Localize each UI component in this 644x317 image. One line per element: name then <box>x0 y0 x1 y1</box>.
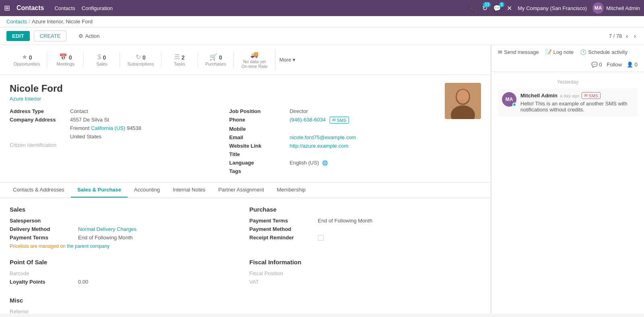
stat-sales[interactable]: $ 0 Sales <box>84 52 120 68</box>
contact-fields-left: Address Type Contact Company Address 455… <box>10 108 217 148</box>
breadcrumb-current: Azure Interior, Nicole Ford <box>32 19 93 25</box>
right-panel: ✉ Send message 📝 Log note 🕐 Schedule act… <box>491 45 644 314</box>
action-dropdown[interactable]: ⚙ Action <box>78 33 99 39</box>
chatter-right: 💬 0 Follow 👤 0 <box>591 62 638 68</box>
stat-ontime[interactable]: 🚚 No data yet On-time Rate <box>234 49 275 70</box>
globe-icon[interactable]: 🌐 <box>322 160 328 166</box>
fiscal-title: Fiscal Information <box>250 259 481 266</box>
user-menu[interactable]: MA Mitchell Admin <box>592 2 640 14</box>
nav-contacts[interactable]: Contacts <box>54 5 75 11</box>
close-icon[interactable]: ✕ <box>507 4 512 12</box>
action-label: Action <box>85 33 99 39</box>
edit-button[interactable]: EDIT <box>6 31 30 41</box>
sms-icon: ✉ <box>332 117 336 123</box>
send-icon: ✉ <box>498 49 502 55</box>
dollar-icon: $ <box>98 54 101 61</box>
contact-photo[interactable] <box>445 83 481 119</box>
cart-icon: 🛒 <box>209 53 217 61</box>
job-position-value: Director <box>290 108 437 114</box>
user-name: Mitchell Admin <box>606 5 640 11</box>
schedule-activity-button[interactable]: 🕐 Schedule activity <box>580 49 627 55</box>
delivery-method-value[interactable]: Normal Delivery Charges <box>78 226 242 232</box>
breadcrumb: Contacts / Azure Interior, Nicole Ford <box>0 16 644 27</box>
receipt-reminder-label: Receipt Reminder <box>250 235 314 241</box>
stat-sales-label: Sales <box>96 62 107 66</box>
date-separator: Yesterday <box>498 79 638 85</box>
pricelists-link[interactable]: the parent company <box>67 243 109 249</box>
referrer-label: Referrer <box>10 309 74 314</box>
stat-subscriptions-num: 0 <box>142 54 146 61</box>
message-header: Mitchell Admin a day ago ✉ SMS <box>520 92 634 99</box>
stat-ontime-label: On-time Rate <box>241 64 267 69</box>
messages-count[interactable]: 💬 0 <box>591 62 602 68</box>
stat-opportunities[interactable]: ★ 0 Opportunities <box>6 51 47 68</box>
messages-icon: 💬 <box>591 62 598 68</box>
stat-opportunities-label: Opportunities <box>14 62 40 66</box>
email-value[interactable]: nicole.ford75@example.com <box>290 134 437 140</box>
breadcrumb-parent[interactable]: Contacts <box>6 19 27 25</box>
create-button[interactable]: CREATE <box>34 31 67 41</box>
state-link[interactable]: California (US) <box>91 125 125 131</box>
clock-icon: 🕐 <box>580 49 586 55</box>
main-layout: ★ 0 Opportunities 📅 0 Meetings $ 0 Sales <box>0 45 644 314</box>
phone-link[interactable]: (946)-638-6034 <box>290 117 326 123</box>
stat-meetings-num: 0 <box>69 54 72 61</box>
stat-subscriptions-label: Subscriptions <box>127 62 154 66</box>
send-message-button[interactable]: ✉ Send message <box>498 49 539 55</box>
tab-contacts-addresses[interactable]: Contacts & Addresses <box>6 183 71 198</box>
grid-icon[interactable]: ⊞ <box>4 4 10 12</box>
phone-icon[interactable]: 📞 <box>469 4 477 12</box>
mobile-value <box>290 126 437 132</box>
company-address-label: Company Address <box>10 117 66 123</box>
receipt-reminder-checkbox[interactable] <box>318 235 324 241</box>
tabs-bar: Contacts & Addresses Sales & Purchase Ac… <box>0 183 491 198</box>
stat-purchases[interactable]: 🛒 0 Purchases <box>198 51 234 68</box>
nav-configuration[interactable]: Configuration <box>82 5 113 11</box>
stat-subscriptions[interactable]: ↻ 0 Subscriptions <box>120 51 161 68</box>
refresh-stat-icon: ↻ <box>136 53 141 61</box>
tab-partner-assignment[interactable]: Partner Assignment <box>212 183 270 198</box>
pos-fiscal-layout: Point Of Sale Barcode Loyalty Points 0.0… <box>10 259 481 297</box>
contact-left-fields: Address Type Contact Company Address 455… <box>10 108 217 174</box>
tab-sales-purchase[interactable]: Sales & Purchase <box>71 183 128 198</box>
payment-method-row: Payment Method <box>250 226 481 232</box>
fiscal-position-label: Fiscal Position <box>250 270 314 276</box>
follow-button[interactable]: Follow <box>607 62 622 68</box>
more-label: More <box>279 57 291 63</box>
contact-photo-svg <box>445 83 481 119</box>
chat-icon[interactable]: 💬 8 <box>493 4 501 12</box>
website-value[interactable]: http://azure.example.com <box>290 143 437 149</box>
language-value: English (US) 🌐 <box>290 160 437 166</box>
receipt-reminder-row: Receipt Reminder <box>250 235 481 241</box>
loyalty-points-value: 0.00 <box>78 279 242 285</box>
topbar: ⊞ Contacts Contacts Configuration 📞 ↻ 33… <box>0 0 644 16</box>
refresh-icon[interactable]: ↻ 33 <box>482 4 487 12</box>
pagination: 7 / 78 ‹ › <box>609 33 638 40</box>
tags-value <box>290 168 437 174</box>
sms-badge[interactable]: ✉ SMS <box>330 117 349 124</box>
log-note-button[interactable]: 📝 Log note <box>545 49 574 55</box>
app-title: Contacts <box>17 4 44 12</box>
more-button[interactable]: More ▾ <box>275 55 299 64</box>
tab-membership[interactable]: Membership <box>270 183 312 198</box>
person-icon: 👤 <box>627 62 633 68</box>
stat-meetings[interactable]: 📅 0 Meetings <box>47 51 84 68</box>
next-button[interactable]: › <box>632 33 638 40</box>
purchase-section: Purchase Payment Terms End of Following … <box>250 206 481 249</box>
address-type-label: Address Type <box>10 108 66 114</box>
gear-icon: ⚙ <box>78 33 83 39</box>
tab-internal-notes[interactable]: Internal Notes <box>166 183 212 198</box>
prev-button[interactable]: ‹ <box>624 33 630 40</box>
action-bar: EDIT CREATE ⚙ Action 7 / 78 ‹ › <box>0 27 644 45</box>
payment-terms-purch-row: Payment Terms End of Following Month <box>250 218 481 224</box>
stat-purchases-label: Purchases <box>205 62 226 66</box>
tab-accounting[interactable]: Accounting <box>128 183 166 198</box>
stat-tasks[interactable]: ☰ 2 Tasks <box>161 51 198 68</box>
left-panel: ★ 0 Opportunities 📅 0 Meetings $ 0 Sales <box>0 45 491 314</box>
message-author: Mitchell Admin <box>520 93 557 99</box>
stat-opportunities-num: 0 <box>29 54 32 61</box>
email-label: Email <box>229 134 286 140</box>
contact-company[interactable]: Azure Interior <box>10 96 437 102</box>
barcode-label: Barcode <box>10 270 74 276</box>
topbar-right: 📞 ↻ 33 💬 8 ✕ My Company (San Francisco) … <box>469 2 640 14</box>
